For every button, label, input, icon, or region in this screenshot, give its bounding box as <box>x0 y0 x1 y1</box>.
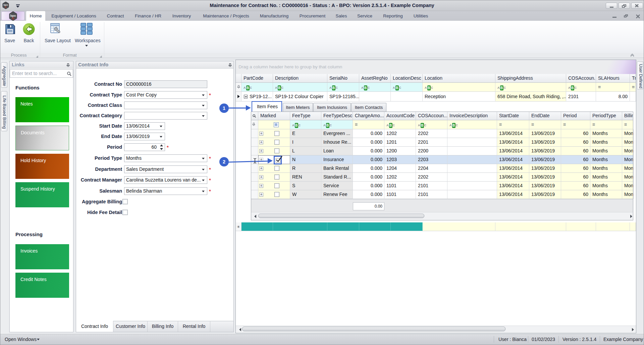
svg-text:bpo: bpo <box>10 14 16 17</box>
svg-text:bpo: bpo <box>4 4 8 6</box>
